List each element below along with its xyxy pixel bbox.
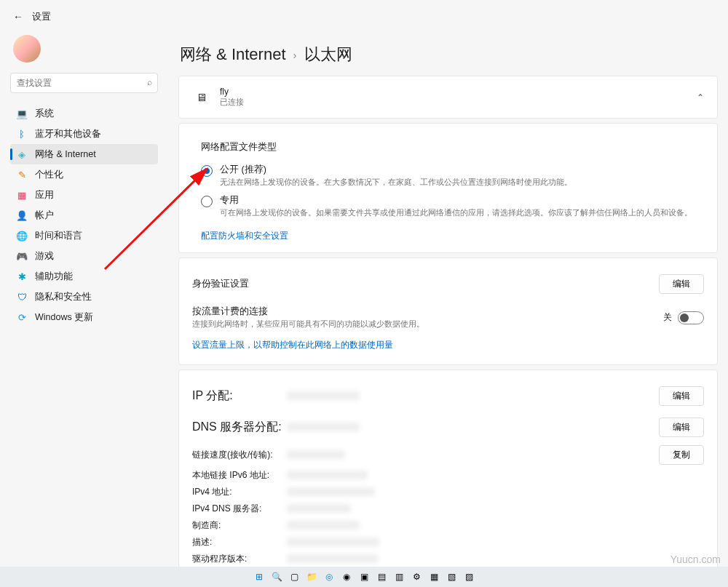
nav-item-9[interactable]: 🛡 隐私和安全性 [10,287,158,307]
radio-public-button[interactable] [201,165,213,177]
dns-label: DNS 服务器分配: [192,420,287,435]
nav-label: 应用 [35,189,54,201]
nav-icon: 🛡 [16,291,28,303]
detail-row: 制造商: [192,517,704,534]
metered-toggle[interactable] [678,311,704,324]
detail-row: IPv4 地址: [192,484,704,500]
breadcrumb-part2: 以太网 [304,44,352,65]
nav-label: 蓝牙和其他设备 [35,128,101,140]
detail-row: IPv4 DNS 服务器: [192,500,704,517]
dns-edit-button[interactable]: 编辑 [659,418,704,437]
radio-private-label: 专用 [220,194,704,207]
detail-value [287,554,378,563]
nav-label: 系统 [35,108,54,120]
edge-icon[interactable]: ◎ [323,570,336,583]
start-icon[interactable]: ⊞ [253,570,266,583]
nav-icon: 🌐 [16,230,28,241]
radio-public[interactable]: 公开 (推荐) 无法在网络上发现你的设备。在大多数情况下，在家庭、工作或公共位置… [201,161,704,191]
detail-key: IPv4 DNS 服务器: [192,503,287,515]
metered-toggle-label: 关 [663,311,672,324]
nav-item-1[interactable]: ᛒ 蓝牙和其他设备 [10,124,158,144]
detail-value [287,504,351,513]
search-input[interactable] [10,73,158,93]
taskbar: ⊞ 🔍 ▢ 📁 ◎ ◉ ▣ ▤ ▥ ⚙ ▦ ▧ ▨ [0,567,728,587]
nav-list: 💻 系统ᛒ 蓝牙和其他设备◈ 网络 & Internet✎ 个性化▦ 应用👤 帐… [10,103,158,327]
content: 网络 & Internet › 以太网 🖥 fly 已连接 ⌃ 网络配置文件类型 [165,31,728,586]
profile-card: 网络配置文件类型 公开 (推荐) 无法在网络上发现你的设备。在大多数情况下，在家… [178,123,718,253]
nav-item-2[interactable]: ◈ 网络 & Internet [10,144,158,164]
detail-value [287,538,379,546]
nav-label: 游戏 [35,250,54,263]
nav-item-6[interactable]: 🌐 时间和语言 [10,225,158,246]
nav-icon: ✎ [16,169,28,180]
detail-value [287,471,368,479]
app-icon-3[interactable]: ▥ [392,570,405,583]
nav-icon: ✱ [16,271,28,282]
settings-tb-icon[interactable]: ⚙ [410,570,423,583]
nav-item-8[interactable]: ✱ 辅助功能 [10,266,158,287]
nav-item-10[interactable]: ⟳ Windows 更新 [10,307,158,327]
nav-item-5[interactable]: 👤 帐户 [10,205,158,225]
copy-button[interactable]: 复制 [659,445,704,465]
data-limit-link[interactable]: 设置流量上限，以帮助控制在此网络上的数据使用量 [192,339,704,351]
app-icon-6[interactable]: ▨ [462,570,475,583]
explorer-icon[interactable]: 📁 [305,570,318,583]
nav-item-3[interactable]: ✎ 个性化 [10,164,158,185]
detail-key: 链接速度(接收/传输): [192,449,287,461]
dns-value [287,423,360,431]
nav-label: 网络 & Internet [35,148,96,161]
avatar[interactable] [13,35,41,63]
auth-edit-button[interactable]: 编辑 [659,274,704,294]
app-title: 设置 [32,10,51,23]
detail-row: 链接速度(接收/传输): 复制 [192,443,704,467]
ethernet-icon: 🖥 [192,91,210,103]
detail-key: 本地链接 IPv6 地址: [192,469,287,482]
conn-name: fly [220,87,687,97]
nav-item-0[interactable]: 💻 系统 [10,103,158,124]
profile-title: 网络配置文件类型 [201,141,704,153]
app-icon-2[interactable]: ▤ [375,570,388,583]
radio-private-button[interactable] [201,196,213,207]
chrome-icon[interactable]: ◉ [340,570,353,583]
detail-value [287,487,375,496]
taskview-icon[interactable]: ▢ [288,570,301,583]
breadcrumb-part1[interactable]: 网络 & Internet [180,44,286,65]
ip-value [287,391,360,400]
breadcrumb-sep: › [292,49,298,61]
detail-key: 描述: [192,536,287,548]
detail-key: 驱动程序版本: [192,553,287,565]
ip-card: IP 分配: 编辑 DNS 服务器分配: 编辑 链接速度(接收/传输): 复制本… [178,370,718,586]
breadcrumb: 网络 & Internet › 以太网 [180,44,718,65]
nav-label: Windows 更新 [35,311,93,324]
radio-public-desc: 无法在网络上发现你的设备。在大多数情况下，在家庭、工作或公共位置连接到网络时使用… [220,176,704,188]
conn-status: 已连接 [220,97,687,108]
nav-label: 辅助功能 [35,271,73,283]
nav-icon: 👤 [16,209,28,221]
metered-desc: 连接到此网络时，某些应用可能具有不同的功能以减少数据使用。 [192,318,663,330]
radio-private[interactable]: 专用 可在网络上发现你的设备。如果需要文件共享或使用通过此网络通信的应用，请选择… [201,191,704,222]
chevron-up-icon[interactable]: ⌃ [697,92,704,103]
app-icon-5[interactable]: ▧ [445,570,458,583]
nav-item-4[interactable]: ▦ 应用 [10,185,158,205]
nav-icon: ▦ [16,189,28,201]
connection-card[interactable]: 🖥 fly 已连接 ⌃ [178,76,718,119]
auth-label: 身份验证设置 [192,278,249,290]
detail-key: IPv4 地址: [192,486,287,498]
nav-item-7[interactable]: 🎮 游戏 [10,246,158,266]
detail-row: 本地链接 IPv6 地址: [192,467,704,484]
detail-key: 制造商: [192,519,287,532]
nav-icon: 🎮 [16,250,28,262]
ip-edit-button[interactable]: 编辑 [659,386,704,406]
search-tb-icon[interactable]: 🔍 [270,570,283,583]
detail-row: 驱动程序版本: [192,551,704,567]
detail-row: 描述: [192,534,704,551]
detail-value [287,450,345,459]
app-icon-4[interactable]: ▦ [427,570,440,583]
radio-public-label: 公开 (推荐) [220,164,704,176]
app-icon[interactable]: ▣ [357,570,371,583]
detail-value [287,521,360,530]
nav-label: 隐私和安全性 [35,291,92,303]
back-button[interactable]: ← [13,11,23,23]
radio-private-desc: 可在网络上发现你的设备。如果需要文件共享或使用通过此网络通信的应用，请选择此选项… [220,207,704,219]
firewall-link[interactable]: 配置防火墙和安全设置 [201,230,704,242]
